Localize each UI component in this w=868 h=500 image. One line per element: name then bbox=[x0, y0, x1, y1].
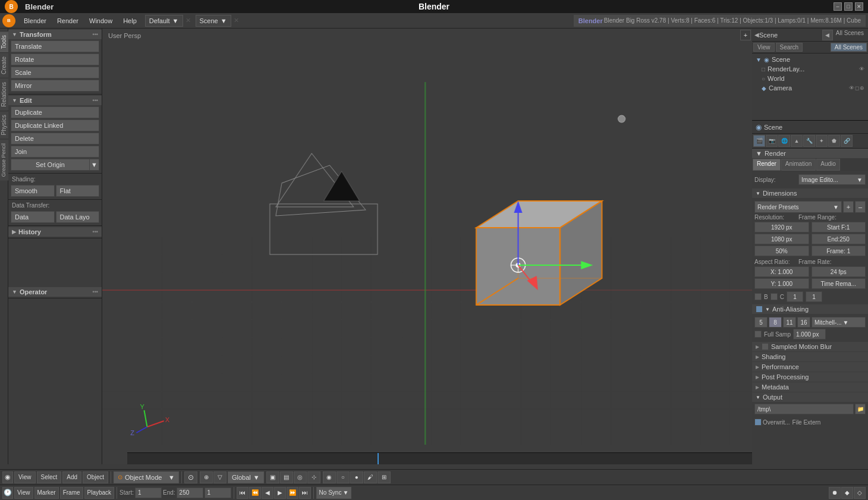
scene-tab-btn[interactable]: 📷 bbox=[766, 135, 778, 147]
paint-btn[interactable]: 🖌 bbox=[364, 471, 377, 483]
render-render-tab[interactable]: Render bbox=[753, 159, 781, 171]
object-tab-btn[interactable]: ▲ bbox=[791, 135, 803, 147]
go-start-btn[interactable]: ⏮ bbox=[237, 487, 249, 499]
sync-dropdown[interactable]: No Sync ▼ bbox=[316, 487, 352, 499]
rotate-button[interactable]: Rotate bbox=[11, 54, 99, 65]
set-origin-dropdown-button[interactable]: ▼ bbox=[90, 159, 99, 171]
aa-16-btn[interactable]: 16 bbox=[797, 317, 810, 328]
full-samp-value[interactable]: 1.000 px bbox=[793, 329, 826, 339]
menu-blender[interactable]: Blender bbox=[19, 14, 51, 27]
metadata-header[interactable]: ▶ Metadata bbox=[752, 382, 868, 392]
menu-window[interactable]: Window bbox=[84, 14, 117, 27]
join-button[interactable]: Join bbox=[11, 146, 99, 158]
all-scenes-tab[interactable]: All Scenes bbox=[831, 43, 867, 52]
menu-help[interactable]: Help bbox=[118, 14, 141, 27]
all-scenes-btn[interactable]: All Scenes bbox=[834, 30, 866, 40]
aa-8-btn[interactable]: 8 bbox=[769, 317, 782, 328]
flat-button[interactable]: Flat bbox=[56, 185, 100, 197]
grid-btn[interactable]: ⊞ bbox=[378, 471, 391, 483]
keyframe-btn[interactable]: ◆ bbox=[841, 487, 853, 499]
tab-create[interactable]: Create bbox=[0, 52, 8, 78]
edit-header[interactable]: ▼ Edit ••• bbox=[8, 96, 102, 105]
manipulator-btn[interactable]: ⊹ bbox=[307, 471, 320, 483]
end-frame-field[interactable]: 250 bbox=[177, 488, 203, 498]
val2-field[interactable]: 1 bbox=[806, 291, 822, 302]
start-frame-field[interactable]: 1 bbox=[135, 488, 162, 498]
render-tab-btn[interactable]: 🎬 bbox=[753, 135, 765, 147]
maximize-button[interactable]: □ bbox=[844, 2, 853, 11]
duplicate-button[interactable]: Duplicate bbox=[11, 106, 99, 118]
aa-11-btn[interactable]: 11 bbox=[783, 317, 796, 328]
view-btn[interactable]: ◀ bbox=[822, 30, 833, 40]
wire-btn[interactable]: ○ bbox=[336, 471, 350, 483]
time-rema-field[interactable]: Time Rema... bbox=[812, 278, 866, 289]
aspect-y-field[interactable]: Y: 1.000 bbox=[754, 278, 809, 289]
tab-physics[interactable]: Physics bbox=[0, 111, 8, 139]
start-frame-field[interactable]: Start F:1 bbox=[812, 222, 866, 232]
aa-header[interactable]: ▼ Anti-Aliasing bbox=[752, 304, 868, 314]
view-menu-btn[interactable]: View bbox=[14, 471, 36, 483]
data-tab-btn[interactable]: ⬟ bbox=[828, 135, 840, 147]
full-samp-checkbox[interactable] bbox=[754, 331, 762, 338]
scene-item-world[interactable]: ○ World bbox=[754, 74, 866, 83]
fps-field[interactable]: 24 fps bbox=[812, 266, 866, 277]
layers-btn[interactable]: ▣ bbox=[266, 471, 279, 483]
viewport-icon-btn[interactable]: ◉ bbox=[2, 471, 13, 483]
modifier-tab-btn[interactable]: ✦ bbox=[816, 135, 828, 147]
timeline-icon[interactable]: 🕐 bbox=[2, 487, 13, 499]
scene-dropdown[interactable]: Scene▼ bbox=[196, 15, 231, 27]
app-logo[interactable]: B bbox=[2, 14, 15, 27]
record-btn[interactable]: ⏺ bbox=[829, 487, 841, 499]
end-frame-field[interactable]: End:250 bbox=[812, 234, 866, 244]
tab-grease-pencil[interactable]: Grease Pencil bbox=[0, 139, 8, 181]
res-pct-field[interactable]: 50% bbox=[754, 246, 809, 256]
translate-button[interactable]: Translate bbox=[11, 40, 99, 52]
render-section-header[interactable]: ▼ Render bbox=[752, 149, 868, 158]
mode-dropdown[interactable]: ⊙ Object Mode ▼ bbox=[114, 471, 179, 483]
frame-num-field[interactable]: Frame: 1 bbox=[812, 246, 866, 256]
output-browse-btn[interactable]: 📁 bbox=[855, 404, 866, 414]
scene-item-renderlayer[interactable]: □ RenderLay... 👁 bbox=[754, 64, 866, 74]
camera-eye-btn[interactable]: 👁 bbox=[849, 85, 854, 91]
motion-blur-header[interactable]: ▶ Sampled Motion Blur bbox=[752, 342, 868, 351]
timeline-view-btn[interactable]: View bbox=[14, 487, 33, 499]
layout-dropdown[interactable]: Default▼ bbox=[145, 15, 183, 27]
output-header[interactable]: ▼ Output bbox=[752, 392, 868, 402]
scene-item-scene[interactable]: ▼ ◉ Scene bbox=[754, 55, 866, 64]
output-path-field[interactable]: /tmp\ bbox=[754, 404, 854, 414]
timeline-marker-btn[interactable]: Marker bbox=[34, 487, 59, 499]
res-y-field[interactable]: 1080 px bbox=[754, 234, 809, 244]
close-button[interactable]: ✕ bbox=[855, 2, 863, 11]
overwrite-checkbox[interactable] bbox=[754, 419, 762, 426]
mirror-button[interactable]: Mirror bbox=[11, 80, 99, 92]
set-origin-button[interactable]: Set Origin bbox=[11, 159, 90, 171]
display-dropdown[interactable]: Image Edito... ▼ bbox=[798, 174, 866, 185]
viewport-maximize-btn[interactable]: + bbox=[740, 30, 751, 40]
shading-prop-header[interactable]: ▶ Shading bbox=[752, 352, 868, 361]
aa-5-btn[interactable]: 5 bbox=[754, 317, 768, 328]
current-frame-field[interactable]: 1 bbox=[205, 488, 231, 498]
timeline-frame-btn[interactable]: Frame bbox=[60, 487, 83, 499]
smooth-button[interactable]: Smooth bbox=[11, 185, 55, 197]
render-layers-btn[interactable]: ▤ bbox=[280, 471, 293, 483]
scene-item-camera[interactable]: ◆ Camera 👁 ◻ ⊕ bbox=[754, 83, 866, 93]
search-button[interactable]: Search bbox=[776, 43, 803, 52]
data-layout-button[interactable]: Data Layo bbox=[56, 211, 100, 223]
delete-button[interactable]: Delete bbox=[11, 133, 99, 144]
data-button[interactable]: Data bbox=[11, 211, 55, 223]
render-presets-add-btn[interactable]: + bbox=[843, 201, 854, 213]
pivot-btn[interactable]: ⊙ bbox=[184, 471, 197, 483]
transform-header[interactable]: ▼ Transform ••• bbox=[8, 30, 102, 39]
window-controls[interactable]: – □ ✕ bbox=[834, 2, 863, 11]
dimensions-header[interactable]: ▼ Dimensions bbox=[752, 188, 868, 198]
viewport[interactable]: User Persp bbox=[102, 29, 752, 464]
world-tab-btn[interactable]: 🌐 bbox=[778, 135, 790, 147]
motion-blur-checkbox[interactable] bbox=[762, 343, 769, 350]
menu-render[interactable]: Render bbox=[52, 14, 83, 27]
render-animation-tab[interactable]: Animation bbox=[781, 159, 816, 171]
play-back-btn[interactable]: ◀ bbox=[262, 487, 273, 499]
aa-checkbox[interactable] bbox=[756, 306, 763, 313]
scale-button[interactable]: Scale bbox=[11, 67, 99, 78]
add-menu-btn[interactable]: Add bbox=[62, 471, 81, 483]
b-checkbox[interactable] bbox=[754, 293, 762, 300]
